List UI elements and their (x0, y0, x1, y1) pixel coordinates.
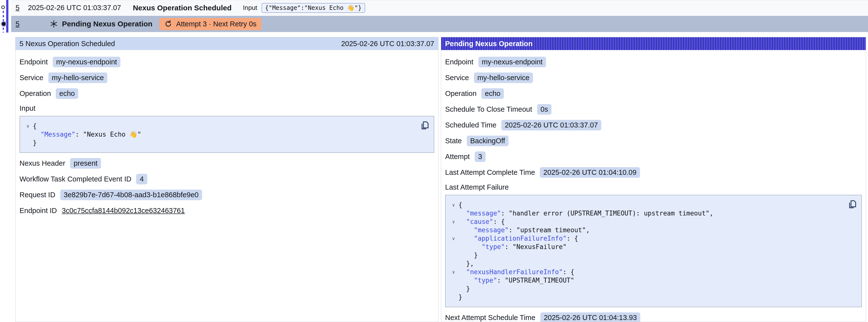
collapse-caret-icon[interactable]: ∨ (448, 234, 458, 243)
timeline-dashed-connector (3, 11, 4, 33)
field-value-badge: 0s (537, 104, 552, 115)
event-title: Nexus Operation Scheduled (133, 4, 231, 12)
code-line: "type": "UPSTREAM_TIMEOUT" (448, 276, 844, 285)
detail-row-next-attempt-schedule-time: Next Attempt Schedule Time2025-02-26 UTC… (445, 312, 862, 322)
collapse-caret-icon[interactable]: ∨ (448, 268, 458, 276)
failure-json-block: ∨{ "message": "handler error (UPSTREAM_T… (445, 195, 862, 307)
left-panel-body: Endpointmy-nexus-endpointServicemy-hello… (16, 50, 438, 216)
code-indent (458, 226, 474, 234)
event-input-label: Input (243, 4, 257, 11)
field-label: Operation (20, 90, 51, 98)
field-label: Workflow Task Completed Event ID (20, 175, 131, 183)
left-panel-timestamp: 2025-02-26 UTC 01:03:37.07 (341, 40, 434, 48)
code-gutter (448, 285, 458, 293)
detail-row-service: Servicemy-hello-service (445, 72, 862, 83)
field-value-badge: 4 (136, 174, 147, 185)
json-text: : "NexusFailure" (505, 243, 566, 251)
code-line: } (448, 251, 844, 259)
code-line: "message": "upstream timeout", (448, 226, 844, 234)
timeline-node-selected-icon[interactable] (2, 22, 6, 26)
right-panel-title: Pending Nexus Operation (445, 40, 533, 48)
event-timestamp: 2025-02-26 UTC 01:03:37.07 (28, 4, 121, 12)
field-label: Request ID (20, 191, 55, 199)
detail-row-state: StateBackingOff (445, 135, 862, 146)
field-label: Endpoint ID (20, 206, 57, 215)
timeline-active-bar (6, 0, 8, 33)
detail-row-schedule-to-close-timeout: Schedule To Close Timeout0s (445, 104, 862, 115)
code-gutter (448, 243, 458, 251)
json-text: } (458, 293, 462, 301)
code-line: }, (448, 259, 844, 268)
event-row-pending-nexus-operation[interactable]: 5 Pending Nexus Operation Attempt 3 · Ne… (11, 15, 868, 32)
right-panel-fields-footer: Next Attempt Schedule Time2025-02-26 UTC… (445, 312, 862, 322)
event-id-link[interactable]: 5 (16, 4, 20, 12)
pending-event-title: Pending Nexus Operation (62, 20, 153, 28)
json-key: "type" (474, 276, 497, 285)
left-panel-title: 5 Nexus Operation Scheduled (20, 40, 115, 48)
field-label: Endpoint (20, 58, 48, 66)
code-gutter (23, 130, 33, 138)
code-line: ∨ "cause": { (448, 218, 844, 226)
code-indent (458, 218, 466, 226)
code-indent (458, 234, 474, 243)
failure-section-label: Last Attempt Failure (445, 183, 862, 191)
code-gutter (448, 259, 458, 268)
detail-row-workflow-task-completed-event-id: Workflow Task Completed Event ID4 (20, 173, 434, 185)
collapse-caret-icon[interactable]: ∨ (448, 201, 458, 209)
code-gutter (448, 209, 458, 218)
retry-icon (164, 20, 172, 28)
code-line: ∨ "nexusHandlerFailureInfo": { (448, 268, 844, 276)
field-value-badge: 2025-02-26 UTC 01:04:10.09 (540, 167, 640, 178)
code-line: ∨{ (23, 122, 416, 130)
copy-button[interactable] (847, 199, 858, 209)
field-label: Attempt (445, 153, 470, 161)
right-panel-header: Pending Nexus Operation (441, 37, 866, 50)
code-gutter (448, 226, 458, 234)
panel-pending-nexus-operation: Pending Nexus Operation Endpointmy-nexus… (441, 37, 866, 322)
collapse-caret-icon[interactable]: ∨ (23, 122, 33, 130)
json-key: "message" (474, 226, 509, 234)
code-indent (33, 130, 40, 138)
code-line: } (448, 285, 844, 293)
pending-asterisk-icon (50, 20, 58, 28)
timeline-node-open-icon[interactable] (1, 5, 5, 9)
json-text: : { (563, 268, 575, 276)
detail-row-attempt: Attempt3 (445, 151, 862, 162)
input-section-label: Input (20, 104, 434, 112)
copy-button[interactable] (420, 120, 430, 130)
attempt-retry-text: Attempt 3 · Next Retry 0s (176, 20, 257, 28)
field-label: State (445, 137, 462, 145)
field-value-badge: my-hello-service (49, 72, 107, 83)
code-indent (458, 209, 466, 218)
json-text: { (458, 201, 462, 209)
event-input-chip: {"Message":"Nexus Echo 👋"} (261, 3, 365, 13)
code-gutter (448, 276, 458, 285)
json-text: }, (466, 259, 474, 268)
code-line: ∨{ (448, 201, 844, 209)
field-value-badge: 2025-02-26 UTC 01:03:37.07 (501, 120, 601, 130)
field-value-link[interactable]: 3c0c75ccfa8144b092c13ce632463761 (62, 206, 185, 215)
field-value-badge: echo (482, 88, 504, 99)
code-gutter (448, 251, 458, 259)
json-text: : { (493, 218, 505, 226)
detail-row-last-attempt-complete-time: Last Attempt Complete Time2025-02-26 UTC… (445, 167, 862, 178)
event-row-nexus-operation-scheduled[interactable]: 5 2025-02-26 UTC 01:03:37.07 Nexus Opera… (11, 0, 868, 15)
json-text: : "Nexus Echo 👋" (75, 130, 141, 138)
event-id-link[interactable]: 5 (16, 20, 20, 28)
input-json-block: ∨{ "Message": "Nexus Echo 👋"} (20, 116, 434, 153)
field-label: Service (20, 74, 43, 82)
field-label: Operation (445, 90, 476, 98)
detail-row-service: Servicemy-hello-service (20, 72, 434, 83)
code-line: "message": "handler error (UPSTREAM_TIME… (448, 209, 844, 218)
right-panel-body: Endpointmy-nexus-endpointServicemy-hello… (441, 50, 866, 322)
code-line: } (448, 293, 844, 301)
code-indent (458, 251, 474, 259)
collapse-caret-icon[interactable]: ∨ (448, 218, 458, 226)
field-value-badge: present (70, 158, 101, 169)
field-value-badge: echo (56, 88, 78, 99)
field-value-badge: my-nexus-endpoint (53, 57, 121, 67)
attempt-retry-badge: Attempt 3 · Next Retry 0s (159, 18, 261, 30)
left-panel-fields-secondary: Nexus HeaderpresentWorkflow Task Complet… (20, 158, 434, 216)
field-label: Schedule To Close Timeout (445, 105, 532, 114)
panel-nexus-operation-scheduled: 5 Nexus Operation Scheduled 2025-02-26 U… (15, 37, 438, 322)
